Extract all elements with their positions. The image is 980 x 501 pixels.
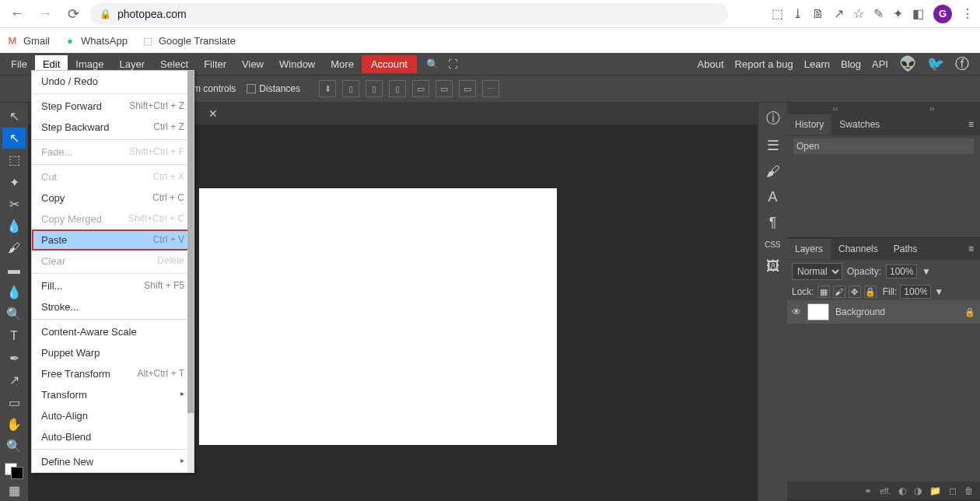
menu-item-step-backward[interactable]: Step BackwardCtrl + Z (32, 117, 194, 138)
menu-file[interactable]: File (3, 55, 35, 73)
background-color[interactable] (11, 467, 23, 479)
lock-all-icon[interactable]: 🔒 (864, 286, 877, 298)
artboard-tool[interactable]: ↖ (2, 128, 26, 148)
zoom-tool[interactable]: 🔍 (2, 436, 26, 456)
menu-item-paste[interactable]: PasteCtrl + V (32, 229, 194, 250)
menu-item-undo-redo[interactable]: Undo / Redo (32, 71, 194, 92)
paragraph-panel-icon[interactable]: ¶ (769, 215, 777, 231)
marquee-tool[interactable]: ⬚ (2, 150, 26, 170)
quickmask-tool[interactable]: ▦ (2, 481, 26, 501)
crop-tool[interactable]: ✂ (2, 194, 26, 214)
move-tool[interactable]: ↖ (2, 106, 26, 126)
reload-button[interactable]: ⟳ (62, 3, 84, 25)
forward-button[interactable]: → (34, 3, 56, 25)
delete-layer-icon[interactable]: 🗑 (964, 485, 974, 496)
distances-option[interactable]: Distances (247, 83, 300, 94)
dodge-tool[interactable]: 🔍 (2, 304, 26, 324)
menu-filter[interactable]: Filter (196, 55, 234, 73)
color-swatches[interactable] (5, 463, 23, 479)
layers-panel-menu-icon[interactable]: ≡ (962, 243, 980, 254)
link-learn[interactable]: Learn (804, 58, 830, 70)
menu-view[interactable]: View (234, 55, 271, 73)
twitter-icon[interactable]: 🐦 (927, 55, 944, 72)
menu-item-puppet-warp[interactable]: Puppet Warp (32, 342, 194, 363)
link-blog[interactable]: Blog (841, 58, 861, 70)
image-panel-icon[interactable]: 🖼 (766, 258, 780, 275)
tab-swatches[interactable]: Swatches (831, 114, 887, 135)
hand-tool[interactable]: ✋ (2, 414, 26, 434)
eyedropper-tool[interactable]: 💧 (2, 215, 26, 236)
blur-tool[interactable]: 💧 (2, 282, 26, 302)
align-bottom-icon[interactable]: ▭ (459, 80, 476, 97)
align-left-icon[interactable]: ▯ (342, 80, 359, 97)
facebook-icon[interactable]: ⓕ (955, 54, 969, 73)
panel-collapse-top[interactable]: ‹››› (787, 103, 980, 114)
shape-tool[interactable]: ▭ (2, 392, 26, 412)
new-layer-icon[interactable]: ◻ (949, 485, 957, 496)
visibility-icon[interactable]: 👁 (792, 307, 801, 317)
download-icon[interactable]: ⤓ (793, 6, 803, 21)
pen-tool[interactable]: ✒ (2, 348, 26, 368)
brush-tool[interactable]: 🖌 (2, 238, 26, 258)
menu-account[interactable]: Account (362, 55, 417, 73)
link-about[interactable]: About (698, 58, 724, 70)
tab-close-icon[interactable]: ✕ (201, 107, 226, 120)
extensions-icon[interactable]: ✦ (893, 6, 903, 21)
fullscreen-icon[interactable]: ⛶ (448, 58, 458, 70)
gradient-tool[interactable]: ▬ (2, 260, 26, 280)
reddit-icon[interactable]: 👽 (899, 55, 916, 72)
tab-layers[interactable]: Layers (787, 239, 831, 259)
link-layers-icon[interactable]: ⚭ (864, 485, 872, 496)
menu-item-fill-[interactable]: Fill...Shift + F5 (32, 275, 194, 296)
mask-icon[interactable]: ◐ (898, 485, 906, 496)
history-item[interactable]: Open (793, 138, 974, 154)
opacity-input[interactable] (886, 265, 917, 279)
tab-channels[interactable]: Channels (831, 239, 886, 259)
folder-icon[interactable]: 📁 (929, 485, 941, 496)
eyedropper-icon[interactable]: ✎ (873, 6, 884, 21)
sidepanel-icon[interactable]: ◧ (912, 6, 924, 21)
back-button[interactable]: ← (6, 3, 28, 25)
share-icon[interactable]: ↗ (834, 6, 844, 21)
menu-item-auto-align[interactable]: Auto-Align (32, 405, 194, 426)
canvas[interactable] (199, 188, 557, 445)
download-icon[interactable]: ⬇ (319, 80, 336, 97)
effects-icon[interactable]: eff. (880, 487, 891, 496)
install-icon[interactable]: ⬚ (772, 6, 783, 21)
distribute-icon[interactable]: ⋯ (482, 80, 499, 97)
bookmark-gmail[interactable]: M Gmail (6, 34, 50, 47)
menu-item-copy[interactable]: CopyCtrl + C (32, 187, 194, 208)
adjustments-panel-icon[interactable]: ☰ (767, 137, 779, 154)
info-panel-icon[interactable]: ⓘ (766, 109, 780, 128)
fill-dropdown-icon[interactable]: ▼ (934, 286, 943, 297)
character-panel-icon[interactable]: A (768, 189, 777, 205)
wand-tool[interactable]: ✦ (2, 172, 26, 192)
menu-window[interactable]: Window (271, 55, 323, 73)
menu-item-define-new[interactable]: Define New▸ (32, 451, 194, 472)
kebab-menu-icon[interactable]: ⋮ (961, 6, 974, 21)
menu-item-content-aware-scale[interactable]: Content-Aware Scale (32, 321, 194, 342)
lock-position-icon[interactable]: ✥ (849, 286, 861, 298)
lock-pixels-icon[interactable]: 🖌 (833, 286, 845, 298)
menu-item-step-forward[interactable]: Step ForwardShift+Ctrl + Z (32, 96, 194, 117)
dropdown-scrollbar[interactable] (187, 71, 194, 472)
align-right-icon[interactable]: ▯ (389, 80, 406, 97)
tab-paths[interactable]: Paths (886, 239, 926, 259)
align-top-icon[interactable]: ▭ (412, 80, 429, 97)
history-panel-menu-icon[interactable]: ≡ (962, 119, 980, 130)
opacity-dropdown-icon[interactable]: ▼ (922, 266, 931, 277)
adjustment-icon[interactable]: ◑ (914, 485, 922, 496)
avatar[interactable]: G (933, 5, 952, 23)
menu-more[interactable]: More (323, 55, 362, 73)
css-panel-icon[interactable]: CSS (765, 240, 781, 249)
link-report[interactable]: Report a bug (735, 58, 793, 70)
menu-item-stroke-[interactable]: Stroke... (32, 296, 194, 317)
text-tool[interactable]: T (2, 326, 26, 346)
menu-item-transform[interactable]: Transform▸ (32, 384, 194, 405)
align-middle-icon[interactable]: ▭ (436, 80, 453, 97)
search-icon[interactable]: 🔍 (426, 58, 439, 70)
lock-transparent-icon[interactable]: ▦ (817, 286, 830, 298)
menu-item-free-transform[interactable]: Free TransformAlt+Ctrl + T (32, 363, 194, 384)
menu-item-auto-blend[interactable]: Auto-Blend (32, 426, 194, 447)
link-api[interactable]: API (872, 58, 888, 70)
